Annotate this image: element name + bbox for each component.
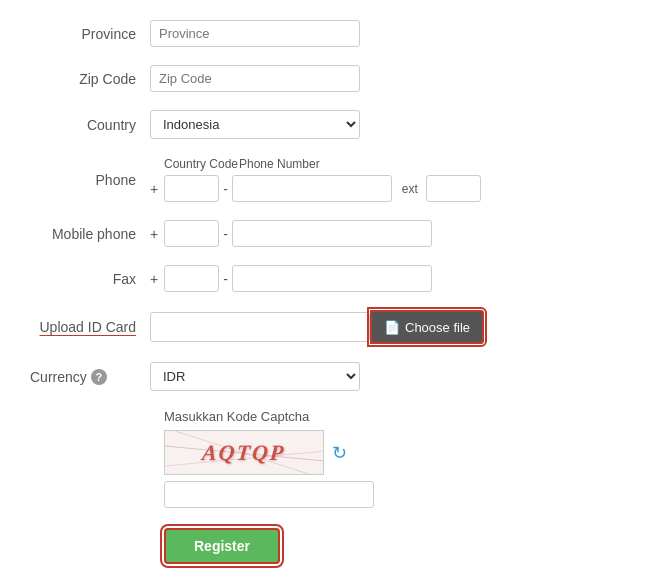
currency-label: Currency ?	[30, 369, 150, 385]
register-button[interactable]: Register	[164, 528, 280, 564]
captcha-image: AQTQP	[164, 430, 324, 475]
phone-row: Phone Country Code Phone Number + - ext	[30, 157, 634, 202]
mobile-phone-row: Mobile phone + -	[30, 220, 634, 247]
country-select[interactable]: Indonesia Malaysia Singapore United Stat…	[150, 110, 360, 139]
fax-inputs: + -	[150, 265, 432, 292]
captcha-section: Masukkan Kode Captcha AQTQP ↻	[164, 409, 634, 508]
country-label: Country	[30, 117, 150, 133]
mobile-dash: -	[223, 226, 228, 242]
ext-label: ext	[402, 182, 418, 196]
captcha-input[interactable]	[164, 481, 374, 508]
phone-ext-input[interactable]	[426, 175, 481, 202]
fax-cc-input[interactable]	[164, 265, 219, 292]
mobile-cc-input[interactable]	[164, 220, 219, 247]
fax-label: Fax	[30, 271, 150, 287]
phone-dash-1: -	[223, 181, 228, 197]
phone-cc-input[interactable]	[164, 175, 219, 202]
upload-filename-input[interactable]	[150, 312, 370, 342]
captcha-refresh-icon[interactable]: ↻	[332, 442, 347, 464]
currency-select[interactable]: IDR USD EUR SGD MYR	[150, 362, 360, 391]
pn-column-label: Phone Number	[239, 157, 320, 171]
fax-plus: +	[150, 271, 158, 287]
zipcode-label: Zip Code	[30, 71, 150, 87]
zipcode-input[interactable]	[150, 65, 360, 92]
fax-dash: -	[223, 271, 228, 287]
phone-column-labels: Country Code Phone Number	[150, 157, 481, 171]
phone-number-input[interactable]	[232, 175, 392, 202]
fax-row: Fax + -	[30, 265, 634, 292]
mobile-number-input[interactable]	[232, 220, 432, 247]
captcha-text: AQTQP	[201, 440, 287, 466]
cc-column-label: Country Code	[164, 157, 239, 171]
zipcode-row: Zip Code	[30, 65, 634, 92]
register-row: Register	[164, 528, 634, 564]
phone-plus: +	[150, 181, 158, 197]
upload-row: Upload ID Card 📄 Choose file	[30, 310, 634, 344]
mobile-phone-inputs: + -	[150, 220, 432, 247]
upload-label: Upload ID Card	[30, 319, 150, 335]
mobile-phone-label: Mobile phone	[30, 226, 150, 242]
province-label: Province	[30, 26, 150, 42]
province-input[interactable]	[150, 20, 360, 47]
phone-inputs: + - ext	[150, 175, 481, 202]
country-row: Country Indonesia Malaysia Singapore Uni…	[30, 110, 634, 139]
fax-number-input[interactable]	[232, 265, 432, 292]
choose-file-label: Choose file	[405, 320, 470, 335]
mobile-plus: +	[150, 226, 158, 242]
captcha-image-row: AQTQP ↻	[164, 430, 634, 475]
currency-row: Currency ? IDR USD EUR SGD MYR	[30, 362, 634, 391]
choose-file-button[interactable]: 📄 Choose file	[370, 310, 484, 344]
captcha-label: Masukkan Kode Captcha	[164, 409, 634, 424]
file-icon: 📄	[384, 320, 400, 335]
phone-group: Country Code Phone Number + - ext	[150, 157, 481, 202]
phone-label: Phone	[30, 172, 150, 188]
province-row: Province	[30, 20, 634, 47]
currency-help-icon[interactable]: ?	[91, 369, 107, 385]
upload-area: 📄 Choose file	[150, 310, 484, 344]
